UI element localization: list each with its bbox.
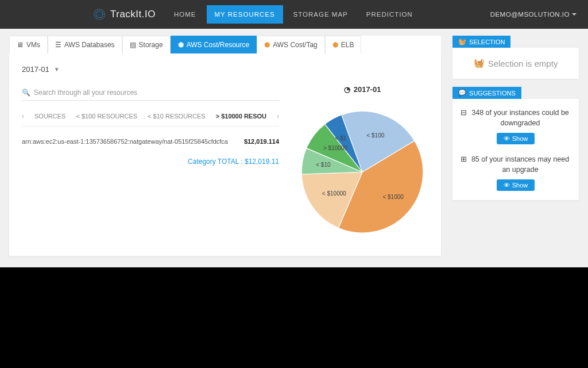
pie-slice-label: < $100: [366, 132, 384, 139]
brand[interactable]: TrackIt.IO: [92, 7, 156, 22]
bc-lt-100[interactable]: < $100 RESOURCES: [76, 113, 137, 120]
chevron-down-icon: [572, 13, 577, 16]
pie-chart-icon: ◔: [344, 85, 350, 94]
tab-elb[interactable]: ⬢ELB: [325, 36, 362, 53]
resource-row[interactable]: arn:aws:ec2:us-east-1:135736586752:natga…: [22, 136, 279, 147]
selection-empty-text: Selection is empty: [488, 59, 558, 68]
category-total: Category TOTAL : $12,019.11: [22, 158, 279, 166]
eye-icon: 👁: [504, 135, 510, 142]
eye-icon: 👁: [504, 182, 510, 189]
minus-square-icon: ⊟: [461, 108, 467, 118]
bc-lt-10[interactable]: < $10 RESOURCES: [148, 113, 206, 120]
brand-text: TrackIt.IO: [110, 9, 156, 20]
selection-header: 🧺 SELECTION: [452, 36, 510, 48]
user-email: DEMO@MSOLUTION.IO: [490, 11, 570, 18]
tabs: 🖥VMs ☰AWS Databases ▤Storage ⬢AWS Cost/R…: [9, 36, 441, 53]
nav-links: HOME MY RESOURCES STORAGE MAP PREDICTION: [166, 5, 421, 24]
date-value: 2017-01: [22, 65, 49, 74]
cube-icon: ⬢: [332, 41, 338, 49]
tab-storage[interactable]: ▤Storage: [122, 36, 171, 53]
svg-point-2: [98, 13, 100, 16]
database-icon: ☰: [55, 41, 61, 49]
chevron-left-icon[interactable]: ‹: [22, 112, 24, 120]
show-button[interactable]: 👁Show: [497, 179, 535, 191]
suggestions-header: 💬 SUGGESTIONS: [452, 87, 521, 99]
comment-icon: 💬: [458, 89, 466, 97]
selection-card: 🧺 Selection is empty: [452, 48, 579, 79]
chevron-down-icon: ▼: [54, 66, 60, 72]
nav-home[interactable]: HOME: [166, 5, 204, 24]
cube-icon: ⬢: [178, 41, 184, 49]
resource-arn: arn:aws:ec2:us-east-1:135736586752:natga…: [22, 138, 228, 145]
nav-my-resources[interactable]: MY RESOURCES: [207, 5, 283, 24]
monitor-icon: 🖥: [17, 41, 24, 49]
search-box[interactable]: 🔍: [22, 85, 279, 101]
chart-title: ◔ 2017-01: [344, 85, 381, 94]
plus-square-icon: ⊞: [461, 155, 467, 165]
resource-value: $12,019.114: [244, 138, 279, 145]
user-menu[interactable]: DEMO@MSOLUTION.IO: [490, 11, 577, 18]
svg-point-1: [96, 11, 103, 18]
pie-chart[interactable]: < $100< $1000< $10000< $10> $10000< $1: [296, 101, 428, 233]
panel-body: 2017-01 ▼ 🔍 ‹ SOURCES < $100 RESOURCES: [9, 53, 441, 256]
navbar: TrackIt.IO HOME MY RESOURCES STORAGE MAP…: [0, 0, 588, 29]
tab-aws-cost-tag[interactable]: ⬢AWS Cost/Tag: [257, 36, 325, 53]
nav-storage-map[interactable]: STORAGE MAP: [285, 5, 356, 24]
search-icon: 🔍: [22, 89, 30, 97]
date-dropdown[interactable]: 2017-01 ▼: [22, 65, 60, 74]
pie-slice-label: < $1000: [382, 194, 403, 200]
tab-aws-databases[interactable]: ☰AWS Databases: [48, 36, 122, 53]
logo-icon: [92, 7, 107, 22]
pie-slice-label: > $10000: [323, 145, 347, 151]
nav-prediction[interactable]: PREDICTION: [358, 5, 421, 24]
chevron-right-icon[interactable]: ›: [277, 112, 279, 120]
suggestions-card: ⊟348 of your instances could be downgrad…: [452, 99, 579, 200]
basket-icon: 🧺: [474, 58, 485, 68]
pie-slice-label: < $10: [316, 162, 330, 168]
tab-vms[interactable]: 🖥VMs: [9, 36, 48, 53]
suggestion-item: ⊟348 of your instances could be downgrad…: [461, 108, 571, 144]
pie-slice-label: < $1: [335, 135, 347, 141]
pie-slice-label: < $10000: [322, 190, 346, 197]
tab-aws-cost-resource[interactable]: ⬢AWS Cost/Resource: [171, 36, 257, 53]
bc-sources[interactable]: SOURCES: [34, 113, 65, 120]
cost-breadcrumbs: ‹ SOURCES < $100 RESOURCES < $10 RESOURC…: [22, 112, 279, 126]
basket-icon: 🧺: [458, 38, 466, 45]
cube-icon: ⬢: [264, 41, 270, 49]
search-input[interactable]: [34, 89, 279, 97]
suggestion-item: ⊞85 of your instances may need an upgrad…: [461, 155, 571, 191]
storage-icon: ▤: [130, 41, 136, 49]
bc-gt-10000[interactable]: > $10000 RESOU: [216, 113, 266, 120]
show-button[interactable]: 👁Show: [497, 133, 535, 144]
